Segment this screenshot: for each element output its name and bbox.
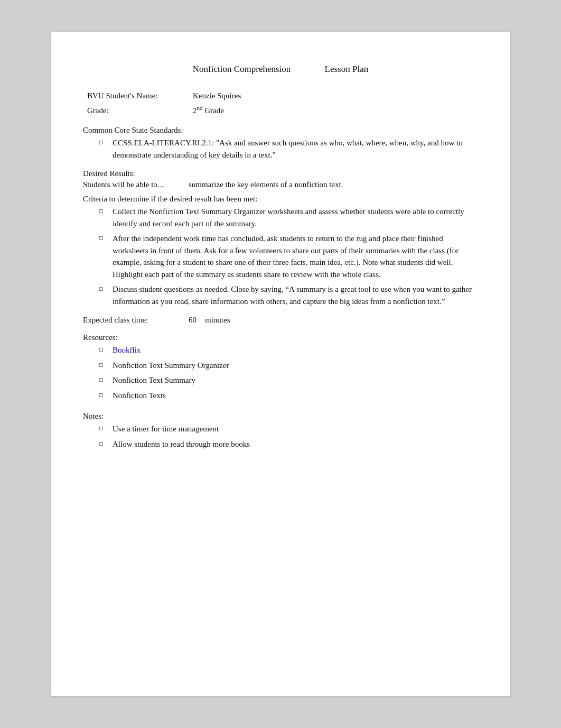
notes-item-1: Use a timer for time management	[113, 423, 478, 435]
title-main: Nonfiction Comprehension	[193, 64, 291, 74]
criteria-item-3: Discuss student questions as needed. Clo…	[113, 283, 478, 307]
resources-section: Resources: ◻ Bookflix ◻ Nonfiction Text …	[83, 333, 478, 401]
bullet-icon: ◻	[99, 391, 107, 399]
document-page: Nonfiction Comprehension Lesson Plan BVU…	[51, 32, 510, 696]
title-sub: Lesson Plan	[325, 64, 369, 74]
grade-row: Grade: 2nd Grade	[87, 103, 478, 118]
page-title: Nonfiction Comprehension Lesson Plan	[83, 64, 478, 75]
student-name-value: Kenzie Squires	[193, 89, 241, 103]
bookflix-link[interactable]: Bookflix	[113, 346, 141, 354]
list-item: ◻ Nonfiction Text Summary Organizer	[99, 360, 478, 372]
list-item: ◻ Use a timer for time management	[99, 423, 478, 435]
standards-list: ◻ CCSS.ELA-LITERACY.RI.2.1: "Ask and ans…	[99, 137, 478, 161]
students-will-label: Students will be able to…	[83, 180, 189, 189]
standards-label: Common Core State Standards:	[83, 126, 478, 135]
bullet-icon: ◻	[99, 361, 107, 368]
notes-section: Notes: ◻ Use a timer for time management…	[83, 412, 478, 450]
standards-item-1: CCSS.ELA-LITERACY.RI.2.1: "Ask and answe…	[113, 137, 478, 161]
criteria-list: ◻ Collect the Nonfiction Text Summary Or…	[99, 206, 478, 307]
bullet-icon: ◻	[99, 207, 107, 215]
list-item: ◻ After the independent work time has co…	[99, 233, 478, 280]
list-item: ◻ Allow students to read through more bo…	[99, 438, 478, 450]
list-item: ◻ Bookflix	[99, 344, 478, 356]
bullet-icon: ◻	[99, 284, 107, 292]
students-will-value: summarize the key elements of a nonficti…	[189, 180, 478, 189]
list-item: ◻ CCSS.ELA-LITERACY.RI.2.1: "Ask and ans…	[99, 137, 478, 161]
grade-value: 2nd Grade	[193, 103, 224, 118]
bullet-icon: ◻	[99, 138, 107, 146]
resource-bookflix: Bookflix	[113, 344, 478, 356]
bullet-icon: ◻	[99, 424, 107, 432]
bullet-icon: ◻	[99, 375, 107, 383]
list-item: ◻ Discuss student questions as needed. C…	[99, 283, 478, 307]
expected-time-value: 60 minutes	[189, 316, 230, 325]
minutes-unit: minutes	[205, 316, 230, 325]
criteria-item-2: After the independent work time has conc…	[113, 233, 478, 280]
resource-texts: Nonfiction Texts	[113, 390, 478, 402]
resources-list: ◻ Bookflix ◻ Nonfiction Text Summary Org…	[99, 344, 478, 401]
expected-time-label: Expected class time:	[83, 316, 189, 325]
notes-label: Notes:	[83, 412, 478, 421]
desired-results-label: Desired Results:	[83, 169, 478, 178]
student-name-row: BVU Student's Name: Kenzie Squires	[87, 89, 478, 103]
resource-organizer: Nonfiction Text Summary Organizer	[113, 360, 478, 372]
bullet-icon: ◻	[99, 439, 107, 447]
minutes-number: 60	[189, 316, 197, 325]
criteria-label: Criteria to determine if the desired res…	[83, 195, 478, 204]
desired-results-row: Students will be able to… summarize the …	[83, 180, 478, 189]
bullet-icon: ◻	[99, 345, 107, 353]
list-item: ◻ Nonfiction Text Summary	[99, 374, 478, 386]
student-name-label: BVU Student's Name:	[87, 89, 193, 103]
list-item: ◻ Nonfiction Texts	[99, 390, 478, 402]
resources-label: Resources:	[83, 333, 478, 342]
notes-list: ◻ Use a timer for time management ◻ Allo…	[99, 423, 478, 450]
standards-section: Common Core State Standards: ◻ CCSS.ELA-…	[83, 126, 478, 161]
list-item: ◻ Collect the Nonfiction Text Summary Or…	[99, 206, 478, 229]
resource-summary: Nonfiction Text Summary	[113, 374, 478, 386]
desired-results-section: Desired Results: Students will be able t…	[83, 169, 478, 189]
criteria-item-1: Collect the Nonfiction Text Summary Orga…	[113, 206, 478, 229]
bullet-icon: ◻	[99, 234, 107, 242]
criteria-section: Criteria to determine if the desired res…	[83, 195, 478, 307]
grade-label: Grade:	[87, 104, 193, 118]
student-info-section: BVU Student's Name: Kenzie Squires Grade…	[87, 89, 478, 117]
expected-time-section: Expected class time: 60 minutes	[83, 316, 478, 325]
notes-item-2: Allow students to read through more book…	[113, 438, 478, 450]
